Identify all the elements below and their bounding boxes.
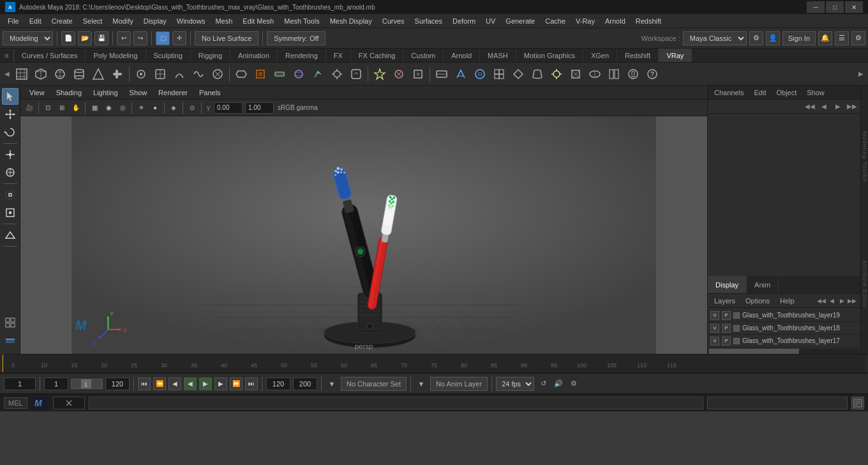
tab-custom[interactable]: Custom: [403, 49, 444, 62]
fps-select[interactable]: 24 fps: [496, 377, 534, 391]
layer-row-3[interactable]: V P Glass_with_Toothbrushes_layer17: [708, 335, 860, 347]
close-button[interactable]: ✕: [845, 1, 863, 13]
toolbar-icon-vray-4[interactable]: [490, 65, 508, 83]
go-end-btn[interactable]: ⏭: [245, 377, 258, 390]
toolbar-icon-vray-help[interactable]: ?: [643, 65, 661, 83]
universal-tool[interactable]: [2, 164, 19, 181]
toolbar-icon-20[interactable]: [390, 65, 408, 83]
toolbar-icon-21[interactable]: [409, 65, 427, 83]
maximize-button[interactable]: □: [826, 1, 844, 13]
move-tool-btn[interactable]: ✛: [172, 31, 186, 45]
toolbar-icon-2[interactable]: [32, 65, 50, 83]
select-tool-btn[interactable]: ▢: [156, 31, 170, 45]
menu-curves[interactable]: Curves: [377, 16, 410, 26]
tab-poly-modeling[interactable]: Poly Modeling: [86, 49, 146, 62]
undo-btn[interactable]: ↩: [117, 31, 131, 45]
toolbar-icon-vray-3[interactable]: [471, 65, 489, 83]
menu-create[interactable]: Create: [47, 16, 78, 26]
workspace-select[interactable]: Maya Classic: [683, 31, 747, 45]
anim-layer-arrow[interactable]: ▼: [415, 377, 428, 390]
tab-redshift[interactable]: Redshift: [617, 49, 659, 62]
layer-visibility-3[interactable]: V: [710, 337, 719, 346]
vp-isolate-btn[interactable]: ⊙: [186, 102, 198, 114]
toolbar-icon-vray-8[interactable]: [567, 65, 585, 83]
layer-row-2[interactable]: V P Glass_with_Toothbrushes_layer18: [708, 322, 860, 335]
cb-tab-anim[interactable]: Anim: [747, 276, 779, 293]
toolbar-icon-4[interactable]: [70, 65, 88, 83]
workspace-settings-btn[interactable]: ⚙: [749, 31, 763, 45]
toolbar-icon-vray-5[interactable]: [509, 65, 527, 83]
soft-select-tool[interactable]: [2, 187, 19, 203]
tab-sculpting[interactable]: Sculpting: [146, 49, 191, 62]
menu-windows[interactable]: Windows: [172, 16, 211, 26]
char-set-arrow[interactable]: ▼: [326, 377, 338, 390]
command-input[interactable]: [89, 397, 703, 409]
loop-btn[interactable]: ↺: [537, 377, 550, 390]
rotate-tool[interactable]: [2, 124, 19, 141]
vp-flat-btn[interactable]: ◎: [116, 102, 129, 114]
range-end-input[interactable]: [105, 377, 130, 390]
layer-visibility-1[interactable]: V: [710, 311, 719, 320]
go-start-btn[interactable]: ⏮: [138, 377, 151, 390]
vp-lighting-btn[interactable]: ☀: [135, 102, 147, 114]
char-set-button[interactable]: No Character Set: [341, 377, 407, 391]
menu-generate[interactable]: Generate: [500, 16, 540, 26]
cb-help-btn[interactable]: Help: [777, 296, 797, 306]
toolbar-icon-vray-10[interactable]: [605, 65, 623, 83]
menu-mesh-tools[interactable]: Mesh Tools: [279, 16, 324, 26]
user-icon-btn[interactable]: 👤: [766, 31, 780, 45]
cb-show-btn[interactable]: Show: [804, 88, 827, 98]
anim-end-input[interactable]: [293, 377, 317, 390]
vp-smooth-btn[interactable]: ◉: [102, 102, 115, 114]
menu-file[interactable]: File: [3, 16, 24, 26]
show-grid[interactable]: [2, 332, 19, 349]
layer-playback-3[interactable]: P: [722, 337, 731, 346]
next-frame-btn[interactable]: ▶: [214, 377, 227, 390]
tab-animation[interactable]: Animation: [230, 49, 278, 62]
prev-key-btn[interactable]: ⏪: [153, 377, 166, 390]
range-start-input[interactable]: [44, 377, 68, 390]
minimize-button[interactable]: ─: [807, 1, 825, 13]
toolbar-icon-vray-11[interactable]: [624, 65, 642, 83]
menu-mesh-display[interactable]: Mesh Display: [325, 16, 377, 26]
vp-pan-btn[interactable]: ✋: [70, 102, 82, 114]
open-scene-btn[interactable]: 📂: [78, 31, 92, 45]
layer-playback-2[interactable]: P: [722, 324, 731, 333]
playback-settings-btn[interactable]: ⚙: [567, 377, 580, 390]
toolbar-icon-17[interactable]: [328, 65, 346, 83]
vp-menu-shading[interactable]: Shading: [51, 88, 87, 98]
toolbar-icon-14[interactable]: [271, 65, 288, 83]
toolbar-icon-9[interactable]: [170, 65, 188, 83]
vp-menu-view[interactable]: View: [24, 88, 50, 98]
toolbar-expand-left[interactable]: ◀: [3, 65, 11, 83]
toolbar-icon-vray-7[interactable]: [548, 65, 565, 83]
exposure-input[interactable]: [245, 102, 274, 114]
toolbar-icon-vray-1[interactable]: [433, 65, 451, 83]
play-back-btn[interactable]: ◀: [184, 377, 197, 390]
anim-start-input[interactable]: [266, 377, 290, 390]
select-tool[interactable]: [2, 88, 19, 105]
range-slider[interactable]: 1: [71, 379, 103, 389]
sign-in-btn[interactable]: Sign In: [782, 31, 816, 45]
viewport[interactable]: View Shading Lighting Show Renderer Pane…: [20, 86, 707, 354]
scale-tool[interactable]: [2, 146, 19, 163]
close-cmd-btn[interactable]: [53, 397, 85, 409]
toolbar-icon-vray-6[interactable]: [528, 65, 546, 83]
tab-motion-graphics[interactable]: Motion Graphics: [516, 49, 583, 62]
toolbar-icon-vray-9[interactable]: [586, 65, 604, 83]
menu-surfaces[interactable]: Surfaces: [410, 16, 447, 26]
vp-zoom-btn[interactable]: ⊞: [56, 102, 68, 114]
toolbar-icon-15[interactable]: [290, 65, 308, 83]
toolbar-icon-6[interactable]: [108, 65, 126, 83]
tab-arnold[interactable]: Arnold: [444, 49, 480, 62]
tab-curves-surfaces[interactable]: Curves / Surfaces: [14, 49, 86, 62]
vp-fit-btn[interactable]: ⊡: [41, 102, 54, 114]
menu-edit-mesh[interactable]: Edit Mesh: [237, 16, 279, 26]
cb-prev-left-btn[interactable]: ◀◀: [804, 101, 816, 112]
vp-menu-show[interactable]: Show: [124, 88, 153, 98]
new-scene-btn[interactable]: 📄: [61, 31, 75, 45]
toolbar-icon-7[interactable]: [132, 65, 150, 83]
cb-edit-btn[interactable]: Edit: [751, 88, 768, 98]
toolbar-icon-19[interactable]: [371, 65, 389, 83]
cb-channels-btn[interactable]: Channels: [712, 88, 746, 98]
